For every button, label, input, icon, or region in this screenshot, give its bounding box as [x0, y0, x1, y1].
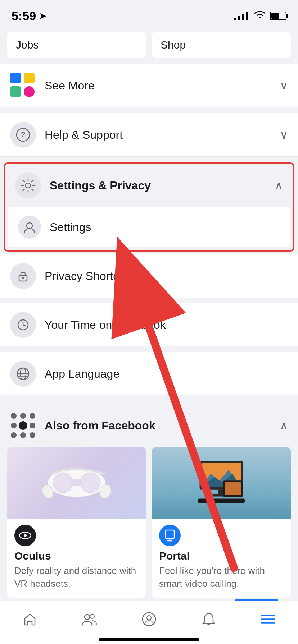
- portal-desc: Feel like you're there with smart video …: [159, 564, 284, 590]
- svg-point-19: [24, 534, 27, 537]
- nav-home[interactable]: [8, 605, 51, 634]
- home-icon: [23, 612, 37, 626]
- svg-rect-26: [198, 499, 245, 503]
- also-section: Also from Facebook ∧: [0, 404, 298, 603]
- wifi-icon: [253, 10, 265, 22]
- settings-privacy-header[interactable]: Settings & Privacy ∧: [5, 164, 293, 207]
- friends-icon: [81, 612, 97, 626]
- app-language-item[interactable]: App Language: [0, 352, 298, 395]
- svg-point-5: [22, 277, 24, 279]
- settings-privacy-label: Settings & Privacy: [50, 179, 151, 192]
- app-language-label: App Language: [45, 367, 119, 381]
- status-icons: [234, 10, 286, 22]
- svg-point-29: [90, 614, 94, 618]
- also-from-facebook-label: Also from Facebook: [45, 419, 155, 432]
- see-more-item[interactable]: See More ∨: [0, 64, 298, 107]
- settings-privacy-left: Settings & Privacy: [15, 172, 151, 198]
- help-support-item[interactable]: ? Help & Support ∨: [0, 113, 298, 157]
- also-header[interactable]: Also from Facebook ∧: [0, 404, 298, 447]
- status-bar: 5:59 ➤: [0, 0, 298, 32]
- privacy-shortcuts-label: Privacy Shortcuts: [45, 270, 134, 283]
- settings-item[interactable]: Settings: [8, 207, 290, 247]
- menu-icon: [261, 613, 275, 625]
- portal-card-body: Portal Feel like you're there with smart…: [152, 519, 291, 598]
- portal-title: Portal: [159, 550, 284, 562]
- portal-image: [152, 447, 291, 519]
- oculus-card[interactable]: Oculus Defy reality and distance with VR…: [7, 447, 146, 598]
- location-icon: ➤: [39, 10, 47, 22]
- see-more-label: See More: [45, 79, 95, 92]
- jobs-card[interactable]: Jobs: [7, 32, 146, 58]
- help-icon: ?: [10, 122, 36, 148]
- settings-privacy-chevron: ∧: [275, 179, 283, 192]
- your-time-facebook-item[interactable]: Your Time on Facebook: [0, 303, 298, 346]
- svg-rect-25: [225, 482, 241, 495]
- svg-rect-15: [71, 479, 82, 486]
- globe-icon: [10, 361, 36, 387]
- privacy-shortcuts-item[interactable]: Privacy Shortcuts: [0, 254, 298, 298]
- see-more-chevron: ∨: [280, 79, 288, 92]
- svg-point-2: [26, 183, 31, 188]
- settings-person-icon: [18, 216, 41, 239]
- nav-friends[interactable]: [68, 605, 111, 634]
- svg-point-13: [53, 473, 73, 493]
- your-time-icon: [10, 312, 36, 338]
- signal-icon: [234, 11, 248, 20]
- help-support-label: Help & Support: [45, 128, 123, 142]
- privacy-shortcuts-icon: [10, 263, 36, 289]
- also-dots-icon: [10, 413, 36, 438]
- oculus-title: Oculus: [14, 550, 139, 562]
- your-time-label: Your Time on Facebook: [45, 318, 166, 332]
- help-support-chevron: ∨: [280, 128, 288, 142]
- settings-label: Settings: [50, 221, 91, 234]
- bottom-nav: [0, 601, 298, 644]
- also-cards: Oculus Defy reality and distance with VR…: [0, 447, 298, 598]
- settings-privacy-section: Settings & Privacy ∧ Settings: [4, 162, 294, 252]
- portal-card[interactable]: Portal Feel like you're there with smart…: [152, 447, 291, 598]
- svg-point-28: [85, 615, 90, 620]
- nav-notifications[interactable]: [187, 605, 230, 634]
- oculus-image: [7, 447, 146, 519]
- portal-brand-icon: [159, 525, 181, 546]
- home-indicator: [99, 638, 199, 641]
- svg-rect-27: [166, 530, 174, 539]
- menu-tab-indicator: [235, 599, 278, 601]
- help-support-left: ? Help & Support: [10, 122, 123, 148]
- oculus-brand-icon: [14, 525, 36, 546]
- settings-gear-icon: [15, 172, 41, 198]
- top-cards: Jobs Shop: [0, 32, 298, 64]
- shop-card[interactable]: Shop: [152, 32, 291, 58]
- see-more-left: See More: [10, 73, 95, 98]
- oculus-card-body: Oculus Defy reality and distance with VR…: [7, 519, 146, 598]
- also-chevron: ∧: [280, 419, 288, 432]
- status-time: 5:59: [12, 9, 36, 23]
- profile-icon: [142, 612, 156, 626]
- nav-profile[interactable]: [127, 605, 171, 634]
- svg-point-14: [80, 473, 100, 493]
- battery-icon: [270, 12, 286, 20]
- see-more-icon: [10, 73, 36, 98]
- svg-point-3: [27, 223, 32, 229]
- svg-text:?: ?: [21, 130, 25, 139]
- oculus-desc: Defy reality and distance with VR headse…: [14, 564, 139, 590]
- svg-point-31: [147, 616, 151, 620]
- bell-icon: [202, 612, 216, 626]
- nav-menu[interactable]: [247, 605, 290, 634]
